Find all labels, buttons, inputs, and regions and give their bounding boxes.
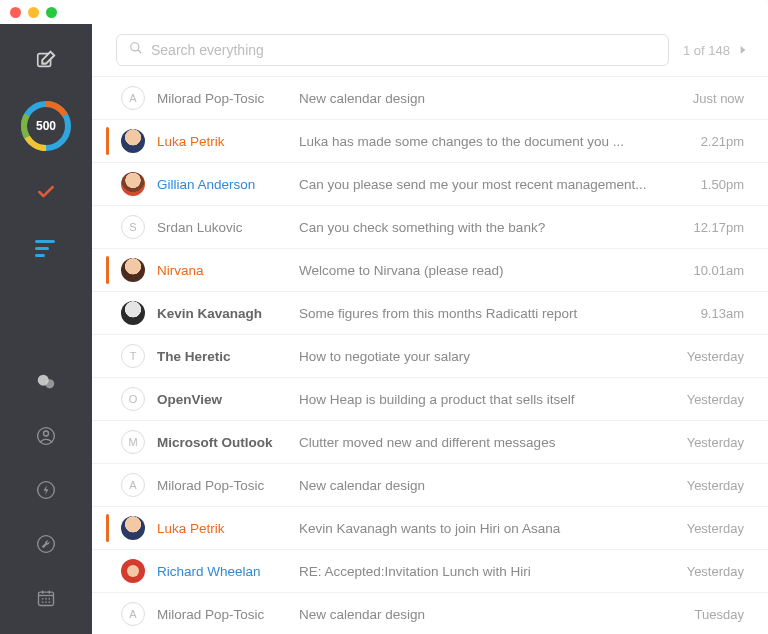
message-subject: New calendar design [299,478,662,493]
unread-indicator [106,84,109,112]
message-time: Just now [674,91,744,106]
sidebar-calendar[interactable] [20,580,72,616]
avatar: A [121,602,145,626]
svg-point-5 [44,431,49,436]
message-sender: OpenView [157,392,287,407]
message-sender: Luka Petrik [157,521,287,536]
avatar: O [121,387,145,411]
avatar: M [121,430,145,454]
sidebar-contacts[interactable] [20,418,72,454]
unread-indicator [106,256,109,284]
checkmark-icon [35,181,57,203]
window-maximize-button[interactable] [46,7,57,18]
message-time: Yesterday [674,392,744,407]
message-time: Yesterday [674,478,744,493]
message-sender: Srdan Lukovic [157,220,287,235]
unread-indicator [106,299,109,327]
search-box[interactable] [116,34,669,66]
sidebar: 500 [0,24,92,634]
score-ring-icon: 500 [20,100,72,152]
avatar [121,129,145,153]
message-row[interactable]: Gillian AndersonCan you please send me y… [92,163,768,206]
message-subject: Welcome to Nirvana (please read) [299,263,662,278]
unread-indicator [106,213,109,241]
message-sender: Luka Petrik [157,134,287,149]
avatar: S [121,215,145,239]
toolbar: 1 of 148 [92,24,768,76]
message-subject: New calendar design [299,91,662,106]
avatar: A [121,473,145,497]
message-subject: Kevin Kavanagh wants to join Hiri on Asa… [299,521,662,536]
message-subject: How to negotiate your salary [299,349,662,364]
app-window: 500 [0,0,768,634]
message-time: Yesterday [674,435,744,450]
svg-line-19 [138,50,142,54]
titlebar [0,0,768,24]
message-list: AMilorad Pop-TosicNew calendar designJus… [92,76,768,634]
message-row[interactable]: TThe HereticHow to negotiate your salary… [92,335,768,378]
message-row[interactable]: SSrdan LukovicCan you check something wi… [92,206,768,249]
app-body: 500 [0,24,768,634]
bars-icon [35,237,57,259]
message-subject: Can you please send me your most recent … [299,177,662,192]
sidebar-dashboard[interactable] [20,230,72,266]
search-input[interactable] [151,42,656,58]
pager-next[interactable] [736,43,750,57]
message-sender: Gillian Anderson [157,177,287,192]
avatar [121,516,145,540]
message-sender: Milorad Pop-Tosic [157,91,287,106]
message-time: Yesterday [674,521,744,536]
chat-icon [35,371,57,393]
compose-icon [35,49,57,71]
unread-indicator [106,342,109,370]
message-time: 10.01am [674,263,744,278]
message-time: 12.17pm [674,220,744,235]
avatar [121,559,145,583]
message-row[interactable]: AMilorad Pop-TosicNew calendar designJus… [92,76,768,120]
message-time: Yesterday [674,564,744,579]
sidebar-chat[interactable] [20,364,72,400]
search-icon [129,41,143,59]
message-time: Yesterday [674,349,744,364]
message-row[interactable]: AMilorad Pop-TosicNew calendar designTue… [92,593,768,634]
unread-indicator [106,385,109,413]
bolt-circle-icon [35,479,57,501]
message-subject: RE: Accepted:Invitation Lunch with Hiri [299,564,662,579]
svg-point-3 [45,379,54,388]
unread-indicator [106,428,109,456]
main-pane: 1 of 148 AMilorad Pop-TosicNew calendar … [92,24,768,634]
message-time: Tuesday [674,607,744,622]
sidebar-score[interactable]: 500 [20,98,72,154]
sidebar-tasks[interactable] [20,174,72,210]
message-sender: The Heretic [157,349,287,364]
sidebar-settings[interactable] [20,526,72,562]
sidebar-compose[interactable] [20,42,72,78]
score-value: 500 [28,108,64,144]
window-close-button[interactable] [10,7,21,18]
message-sender: Microsoft Outlook [157,435,287,450]
message-row[interactable]: NirvanaWelcome to Nirvana (please read)1… [92,249,768,292]
calendar-icon [35,587,57,609]
message-sender: Nirvana [157,263,287,278]
message-row[interactable]: Richard WheelanRE: Accepted:Invitation L… [92,550,768,593]
message-sender: Kevin Kavanagh [157,306,287,321]
message-subject: How Heap is building a product that sell… [299,392,662,407]
avatar: T [121,344,145,368]
message-row[interactable]: MMicrosoft OutlookClutter moved new and … [92,421,768,464]
message-row[interactable]: Kevin KavanaghSome figures from this mon… [92,292,768,335]
message-sender: Milorad Pop-Tosic [157,607,287,622]
unread-indicator [106,600,109,628]
message-row[interactable]: Luka PetrikLuka has made some changes to… [92,120,768,163]
message-row[interactable]: OOpenViewHow Heap is building a product … [92,378,768,421]
sidebar-activity[interactable] [20,472,72,508]
message-row[interactable]: AMilorad Pop-TosicNew calendar designYes… [92,464,768,507]
svg-point-18 [131,43,139,51]
person-circle-icon [35,425,57,447]
pager: 1 of 148 [683,43,750,58]
avatar [121,258,145,282]
message-row[interactable]: Luka PetrikKevin Kavanagh wants to join … [92,507,768,550]
message-subject: Can you check something with the bank? [299,220,662,235]
message-subject: Some figures from this months Radicatti … [299,306,662,321]
window-minimize-button[interactable] [28,7,39,18]
avatar [121,301,145,325]
